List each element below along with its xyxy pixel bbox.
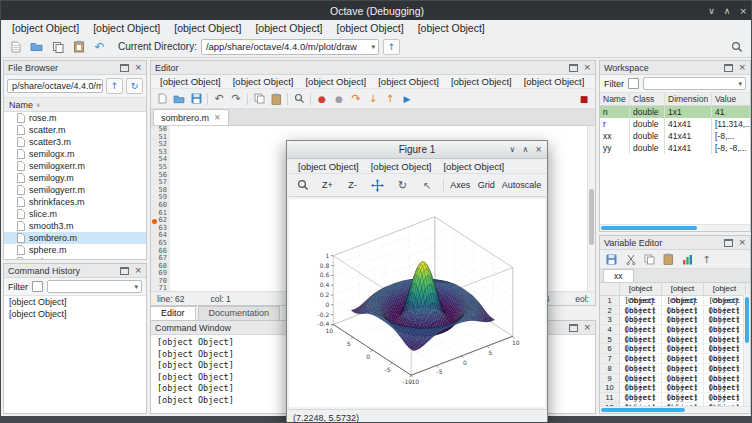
variable-editor-header[interactable]: Variable Editor ×: [600, 236, 750, 250]
cut-icon[interactable]: [622, 251, 639, 268]
find-icon[interactable]: [291, 91, 307, 107]
save-icon[interactable]: [188, 91, 204, 107]
editor-menu-item[interactable]: [object Object]: [300, 76, 371, 87]
grid-cell[interactable]: [object Object]: [704, 364, 746, 374]
grid-cell[interactable]: [object Object]: [620, 344, 662, 354]
grid-cell[interactable]: [object Object]: [620, 383, 662, 393]
grid-cell[interactable]: [object Object]: [662, 335, 704, 345]
figure-canvas[interactable]: -10-50510-10-50510-0.4-0.200.20.40.60.81: [289, 199, 545, 407]
grid-cell[interactable]: [object Object]: [662, 325, 704, 335]
grid-cell[interactable]: [object Object]: [620, 374, 662, 384]
clear-breakpoints-icon[interactable]: ●: [331, 91, 347, 107]
command-history-header[interactable]: Command History ×: [4, 264, 146, 278]
browser-sync-button[interactable]: ↻: [126, 78, 143, 94]
grid-cell[interactable]: [object Object]: [662, 383, 704, 393]
new-script-icon[interactable]: [154, 91, 170, 107]
grid-row-header[interactable]: 11: [600, 393, 620, 403]
grid-cell[interactable]: [object Object]: [704, 335, 746, 345]
grid-cell[interactable]: [object Object]: [704, 306, 746, 316]
grid-row-header[interactable]: 10: [600, 383, 620, 393]
figure-menu-item[interactable]: [object Object]: [365, 161, 438, 172]
grid-row-header[interactable]: 7: [600, 354, 620, 364]
grid-row-header[interactable]: 6: [600, 344, 620, 354]
file-row[interactable]: semilogyerr.m: [4, 184, 146, 196]
browser-up-button[interactable]: ↑: [106, 78, 123, 94]
col-class[interactable]: Class: [630, 93, 665, 105]
variable-v-scrollbar[interactable]: [743, 295, 750, 406]
figure-menu-item[interactable]: [object Object]: [437, 161, 510, 172]
copy-icon[interactable]: [49, 38, 66, 55]
editor-menu-item[interactable]: [object Object]: [446, 76, 517, 87]
line-number[interactable]: 71: [151, 285, 170, 291]
grid-cell[interactable]: [object Object]: [704, 344, 746, 354]
grid-column-header[interactable]: [object Object]: [620, 283, 662, 295]
panel-close-icon[interactable]: ×: [583, 63, 591, 72]
undo-icon[interactable]: ↶: [211, 91, 227, 107]
file-row[interactable]: semilogxerr.m: [4, 160, 146, 172]
grid-cell[interactable]: [object Object]: [620, 354, 662, 364]
undock-icon[interactable]: [569, 64, 578, 72]
history-item[interactable]: [object Object]: [4, 296, 146, 308]
file-row[interactable]: rose.m: [4, 112, 146, 124]
editor-menu-item[interactable]: [object Object]: [228, 76, 299, 87]
grid-cell[interactable]: [object Object]: [620, 335, 662, 345]
file-row[interactable]: scatter3.m: [4, 136, 146, 148]
grid-cell[interactable]: [object Object]: [662, 296, 704, 306]
grid-cell[interactable]: [object Object]: [620, 296, 662, 306]
autoscale-button[interactable]: Autoscale: [500, 177, 543, 194]
menu-item[interactable]: [object Object]: [5, 20, 86, 36]
figure-menu-item[interactable]: [object Object]: [292, 161, 365, 172]
grid-row-header[interactable]: 8: [600, 364, 620, 374]
filter-checkbox[interactable]: [628, 78, 639, 89]
workspace-row[interactable]: yy double 41x41 [-8, -8,...: [600, 142, 750, 154]
panel-close-icon[interactable]: ×: [738, 238, 746, 247]
grid-cell[interactable]: [object Object]: [662, 306, 704, 316]
minimize-icon[interactable]: ∨: [708, 6, 715, 16]
menu-item[interactable]: [object Object]: [86, 20, 167, 36]
file-row[interactable]: slice.m: [4, 208, 146, 220]
undock-icon[interactable]: [120, 64, 129, 72]
grid-cell[interactable]: [object Object]: [620, 364, 662, 374]
maximize-icon[interactable]: ∧: [522, 145, 528, 154]
panel-close-icon[interactable]: ×: [583, 323, 591, 332]
paste-icon[interactable]: [70, 38, 87, 55]
quit-debug-icon[interactable]: ■: [576, 91, 592, 107]
grid-cell[interactable]: [object Object]: [704, 393, 746, 403]
undo-icon[interactable]: ↶: [91, 38, 108, 55]
copy-icon[interactable]: [251, 91, 267, 107]
undock-icon[interactable]: [569, 324, 578, 332]
editor-menu-item[interactable]: [object Object]: [373, 76, 444, 87]
grid-cell[interactable]: [object Object]: [620, 315, 662, 325]
tab-close-icon[interactable]: ×: [214, 113, 221, 122]
redo-icon[interactable]: ↷: [228, 91, 244, 107]
panel-close-icon[interactable]: ×: [134, 266, 142, 275]
file-row[interactable]: smooth3.m: [4, 220, 146, 232]
workspace-row[interactable]: n double 1x1 41: [600, 106, 750, 118]
save-icon[interactable]: [603, 251, 620, 268]
grid-button[interactable]: Grid: [475, 177, 498, 194]
zoom-in-button[interactable]: Z+: [316, 177, 339, 194]
editor-scrollbar[interactable]: [587, 126, 595, 291]
tab-editor[interactable]: Editor: [150, 306, 196, 321]
history-item[interactable]: [object Object]: [4, 308, 146, 320]
close-icon[interactable]: ×: [739, 6, 747, 16]
variable-h-scrollbar[interactable]: [600, 406, 750, 413]
axes-button[interactable]: Axes: [448, 177, 473, 194]
grid-cell[interactable]: [object Object]: [662, 364, 704, 374]
directory-up-button[interactable]: ↑: [383, 39, 400, 55]
zoom-out-button[interactable]: Z-: [341, 177, 364, 194]
step-in-icon[interactable]: ↓: [365, 91, 381, 107]
filter-checkbox[interactable]: [32, 281, 43, 292]
grid-row-header[interactable]: 9: [600, 374, 620, 384]
search-icon[interactable]: [728, 38, 745, 55]
new-script-icon[interactable]: [7, 38, 24, 55]
grid-cell[interactable]: [object Object]: [620, 306, 662, 316]
file-row[interactable]: sphere.m: [4, 244, 146, 256]
zoom-icon[interactable]: [291, 177, 314, 194]
file-row[interactable]: shrinkfaces.m: [4, 196, 146, 208]
paste-icon[interactable]: [268, 91, 284, 107]
grid-cell[interactable]: [object Object]: [704, 325, 746, 335]
grid-column-header[interactable]: [object Object]: [662, 283, 704, 295]
current-directory-combo[interactable]: /app/share/octave/4.4.0/m/plot/draw ▾: [201, 39, 379, 55]
open-file-icon[interactable]: [171, 91, 187, 107]
